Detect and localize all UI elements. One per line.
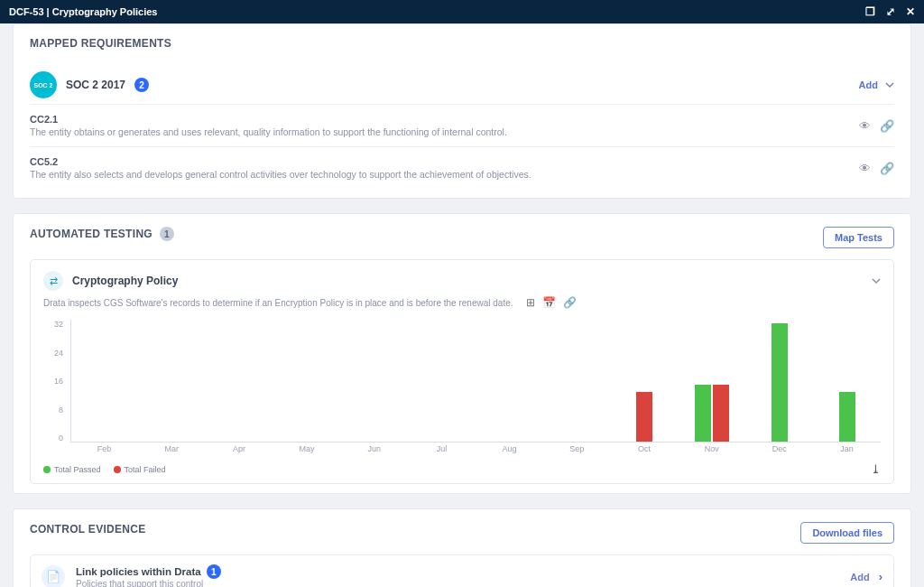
test-title: Cryptography Policy	[72, 275, 178, 287]
chevron-right-icon: ›	[879, 570, 882, 583]
evidence-item: 📄Link policies within Drata1Policies tha…	[30, 554, 894, 587]
framework-count-badge: 2	[134, 78, 149, 92]
test-icon: ⇄	[43, 271, 63, 291]
evidence-add-button[interactable]: Add›	[850, 570, 882, 583]
automated-testing-card: AUTOMATED TESTING 1 Map Tests ⇄ Cryptogr…	[13, 213, 911, 494]
testing-count-badge: 1	[160, 227, 174, 241]
requirement-desc: The entity also selects and develops gen…	[30, 169, 531, 180]
link-icon[interactable]: 🔗	[880, 162, 894, 175]
link-icon[interactable]: 🔗	[880, 119, 894, 133]
requirement-item: CC5.2 The entity also selects and develo…	[30, 147, 894, 189]
mapped-requirements-card: MAPPED REQUIREMENTS SOC 2 SOC 2 2017 2 A…	[13, 23, 911, 199]
chevron-down-icon[interactable]	[872, 276, 881, 285]
bar-failed[interactable]	[713, 385, 729, 442]
framework-name: SOC 2 2017	[66, 79, 125, 91]
chevron-down-icon	[885, 80, 894, 89]
window-title: DCF-53 | Cryptography Policies	[9, 6, 157, 17]
add-requirement-button[interactable]: Add	[859, 79, 894, 90]
test-card: ⇄ Cryptography Policy Drata inspects CGS…	[30, 259, 894, 484]
visibility-icon[interactable]: 👁	[859, 162, 871, 175]
main-scroll[interactable]: MAPPED REQUIREMENTS SOC 2 SOC 2 2017 2 A…	[0, 23, 924, 587]
download-chart-icon[interactable]: ⤓	[871, 462, 881, 476]
window-close-icon[interactable]: ✕	[906, 5, 915, 18]
control-evidence-card: CONTROL EVIDENCE Download files 📄Link po…	[13, 508, 911, 587]
evidence-count-badge: 1	[207, 564, 221, 579]
requirement-desc: The entity obtains or generates and uses…	[30, 126, 507, 137]
legend-passed: Total Passed	[43, 465, 101, 474]
drata-icon[interactable]: ⊞	[526, 296, 535, 309]
framework-row: SOC 2 SOC 2 2017 2 Add	[30, 66, 894, 104]
link-icon[interactable]: 🔗	[563, 296, 577, 309]
soc2-badge-icon: SOC 2	[30, 71, 57, 98]
evidence-icon: 📄	[42, 565, 65, 588]
evidence-title: Link policies within Drata1	[76, 564, 221, 579]
requirement-code: CC5.2	[30, 156, 531, 167]
map-tests-button[interactable]: Map Tests	[823, 227, 894, 248]
calendar-icon[interactable]: 📅	[542, 296, 556, 309]
window-titlebar: DCF-53 | Cryptography Policies ❐ ⤢ ✕	[0, 0, 924, 23]
window-duplicate-icon[interactable]: ❐	[865, 5, 875, 18]
window-expand-icon[interactable]: ⤢	[886, 5, 895, 18]
mapped-requirements-heading: MAPPED REQUIREMENTS	[30, 37, 894, 50]
automated-testing-heading: AUTOMATED TESTING	[30, 228, 152, 240]
bar-passed[interactable]	[695, 385, 711, 442]
evidence-subtitle: Policies that support this control	[76, 579, 221, 587]
requirement-item: CC2.1 The entity obtains or generates an…	[30, 105, 894, 147]
requirement-list: CC2.1 The entity obtains or generates an…	[30, 104, 894, 189]
download-files-button[interactable]: Download files	[800, 522, 894, 544]
requirement-code: CC2.1	[30, 114, 507, 125]
bar-passed[interactable]	[839, 392, 855, 442]
bar-failed[interactable]	[636, 392, 652, 442]
bar-passed[interactable]	[772, 323, 788, 442]
test-description: Drata inspects CGS Software's records to…	[43, 298, 513, 308]
control-evidence-heading: CONTROL EVIDENCE	[30, 523, 146, 536]
legend-failed: Total Failed	[114, 465, 166, 474]
test-chart: 32241680 FebMarAprMayJunJulAugSepOctNovD…	[43, 314, 881, 459]
visibility-icon[interactable]: 👁	[859, 119, 871, 133]
